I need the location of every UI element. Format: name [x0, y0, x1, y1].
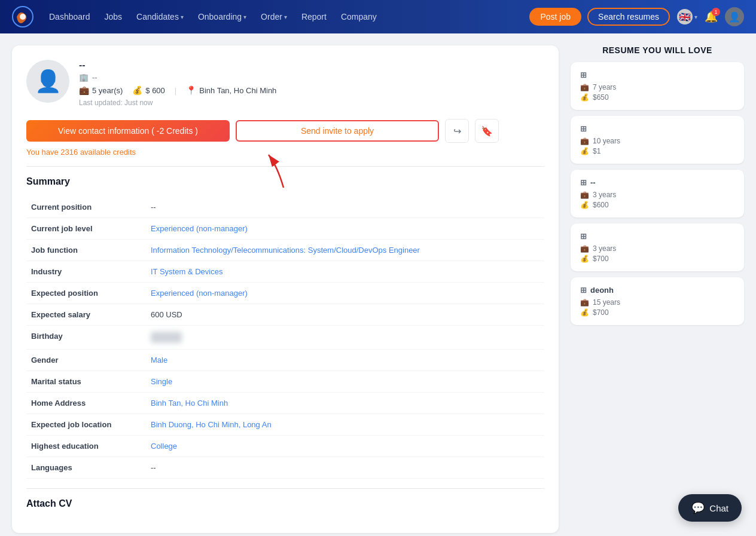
briefcase-icon: 💼 [580, 244, 589, 253]
summary-value: Experienced (non-manager) [146, 283, 544, 304]
resume-years: 💼 7 years [580, 83, 734, 91]
search-resumes-button[interactable]: Search resumes [587, 8, 670, 26]
resume-card[interactable]: ⊞ 💼 3 years 💰 $700 [571, 223, 744, 271]
summary-label: Expected salary [26, 304, 146, 326]
summary-value: -- [146, 457, 544, 479]
bookmark-button[interactable]: 🔖 [475, 119, 499, 143]
salary-value: $ 600 [145, 86, 165, 95]
profile-info: -- 🏢 -- 💼 5 year(s) 💰 $ 600 | [79, 60, 544, 107]
nav-order[interactable]: Order ▾ [255, 8, 293, 25]
chat-button[interactable]: 💬 Chat [678, 494, 742, 522]
summary-value: Experienced (non-manager) [146, 218, 544, 240]
resume-salary: 💰 $600 [580, 201, 734, 209]
summary-label: Birthday [26, 326, 146, 350]
summary-value: Male [146, 350, 544, 371]
user-avatar[interactable]: 👤 [725, 7, 744, 26]
resume-years: 💼 3 years [580, 191, 734, 199]
avatar: 👤 [26, 60, 69, 103]
summary-value: Single [146, 371, 544, 393]
nav-report[interactable]: Report [295, 8, 333, 25]
summary-row: Expected salary600 USD [26, 304, 544, 326]
resume-card[interactable]: ⊞ 💼 10 years 💰 $1 [571, 116, 744, 164]
svg-point-1 [20, 14, 26, 20]
summary-label: Job function [26, 240, 146, 261]
nav-company[interactable]: Company [335, 8, 383, 25]
profile-meta: 💼 5 year(s) 💰 $ 600 | 📍 Binh Tan, Ho Chi… [79, 85, 544, 95]
summary-label: Expected job location [26, 414, 146, 436]
language-selector[interactable]: 🇬🇧 ▾ [677, 9, 697, 24]
nav-candidates[interactable]: Candidates ▾ [130, 8, 190, 25]
summary-row: Current position-- [26, 197, 544, 218]
grid-icon: ⊞ [580, 71, 587, 79]
resume-name: ⊞ [580, 124, 734, 133]
credits-info: You have 2316 available credits [26, 148, 544, 157]
money-icon: 💰 [132, 85, 142, 95]
summary-value: Binh Duong, Ho Chi Minh, Long An [146, 414, 544, 436]
nav-dashboard[interactable]: Dashboard [43, 8, 96, 25]
resume-sidebar: RESUME YOU WILL LOVE ⊞ 💼 7 years 💰 $650 … [571, 45, 744, 331]
notification-bell[interactable]: 🔔 1 [705, 10, 718, 23]
view-contact-button[interactable]: View contact information ( -2 Credits ) [26, 120, 230, 142]
location-value: Binh Tan, Ho Chi Minh [199, 86, 276, 95]
summary-label: Highest education [26, 436, 146, 457]
share-button[interactable]: ↪ [445, 119, 469, 143]
resume-salary: 💰 $650 [580, 93, 734, 102]
summary-row: Expected job locationBinh Duong, Ho Chi … [26, 414, 544, 436]
resume-years: 💼 3 years [580, 244, 734, 253]
resume-name: ⊞ -- [580, 178, 734, 187]
resume-years: 💼 10 years [580, 137, 734, 145]
briefcase-icon: 💼 [580, 83, 589, 91]
experience-value: 5 year(s) [92, 86, 123, 95]
summary-label: Marital status [26, 371, 146, 393]
chevron-down-icon: ▾ [181, 14, 184, 20]
send-invite-button[interactable]: Send invite to apply [236, 120, 439, 142]
summary-label: Current job level [26, 218, 146, 240]
nav-jobs[interactable]: Jobs [99, 8, 129, 25]
grid-icon: ⊞ [580, 286, 587, 295]
navbar: Dashboard Jobs Candidates ▾ Onboarding ▾… [0, 0, 756, 33]
summary-value: College [146, 436, 544, 457]
profile-header: 👤 -- 🏢 -- 💼 5 year(s) 💰 $ 600 [26, 60, 544, 107]
action-section: View contact information ( -2 Credits ) … [26, 119, 544, 157]
summary-value: 600 USD [146, 304, 544, 326]
profile-title-row: 🏢 -- [79, 73, 544, 82]
flag-icon: 🇬🇧 [677, 9, 693, 24]
profile-title: -- [92, 73, 97, 82]
summary-row: Languages-- [26, 457, 544, 479]
resume-card[interactable]: ⊞ deonh 💼 15 years 💰 $700 [571, 277, 744, 325]
summary-label: Home Address [26, 393, 146, 414]
resume-card[interactable]: ⊞ 💼 7 years 💰 $650 [571, 62, 744, 110]
resume-card[interactable]: ⊞ -- 💼 3 years 💰 $600 [571, 170, 744, 218]
page-layout: 👤 -- 🏢 -- 💼 5 year(s) 💰 $ 600 [0, 33, 756, 536]
summary-value: -- [146, 197, 544, 218]
grid-icon: ⊞ [580, 232, 587, 241]
money-icon: 💰 [580, 201, 589, 209]
sidebar-title: RESUME YOU WILL LOVE [571, 45, 744, 55]
summary-row: Home AddressBinh Tan, Ho Chi Minh [26, 393, 544, 414]
summary-row: IndustryIT System & Devices [26, 261, 544, 283]
location-icon: 📍 [186, 85, 196, 95]
nav-onboarding[interactable]: Onboarding ▾ [192, 8, 252, 25]
summary-row: Birthday•••••••• [26, 326, 544, 350]
summary-row: Marital statusSingle [26, 371, 544, 393]
summary-row: GenderMale [26, 350, 544, 371]
bell-badge: 1 [712, 8, 720, 16]
resume-cards-container: ⊞ 💼 7 years 💰 $650 ⊞ 💼 10 years 💰 $1 ⊞ -… [571, 62, 744, 325]
bookmark-icon: 🔖 [481, 125, 493, 137]
post-job-button[interactable]: Post job [529, 8, 581, 26]
logo[interactable] [12, 6, 33, 27]
action-row: View contact information ( -2 Credits ) … [26, 119, 544, 143]
chevron-down-icon: ▾ [694, 14, 697, 20]
building-icon: 🏢 [79, 73, 89, 82]
divider [26, 166, 544, 167]
main-card: 👤 -- 🏢 -- 💼 5 year(s) 💰 $ 600 [12, 45, 559, 533]
summary-label: Languages [26, 457, 146, 479]
location-meta: 📍 Binh Tan, Ho Chi Minh [186, 85, 276, 95]
chat-icon: 💬 [691, 501, 705, 514]
nav-actions: 🇬🇧 ▾ 🔔 1 👤 [677, 7, 744, 26]
share-icon: ↪ [453, 125, 461, 137]
summary-title: Summary [26, 176, 544, 187]
resume-name: ⊞ [580, 71, 734, 79]
resume-name: ⊞ [580, 232, 734, 241]
money-icon: 💰 [580, 308, 589, 317]
